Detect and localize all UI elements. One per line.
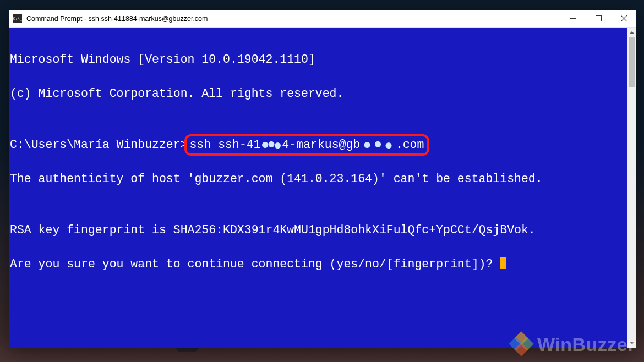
watermark: WinBuzzer (511, 333, 635, 355)
highlighted-command: ssh ssh-411884-markus@gbuzzer.com (184, 134, 430, 156)
terminal-line-prompt: C:\Users\María Winbuzzer>ssh ssh-411884-… (10, 136, 626, 153)
command-prompt-window: Command Prompt - ssh ssh-411884-markus@g… (9, 10, 636, 348)
desktop-background: Command Prompt - ssh ssh-411884-markus@g… (0, 0, 644, 362)
terminal-line: Microsoft Windows [Version 10.0.19042.11… (10, 51, 626, 68)
terminal-prompt: C:\Users\María Winbuzzer> (10, 138, 188, 151)
scrollbar-thumb[interactable] (629, 37, 635, 87)
window-titlebar[interactable]: Command Prompt - ssh ssh-411884-markus@g… (9, 10, 636, 28)
minimize-icon (570, 15, 576, 21)
cmd-text: .com (396, 138, 424, 151)
terminal-cursor (500, 257, 506, 269)
chevron-up-icon (630, 30, 634, 35)
obscured-text: uzzer (360, 136, 396, 153)
svg-rect-1 (596, 16, 601, 21)
terminal-line: The authenticity of host 'gbuzzer.com (1… (10, 171, 626, 188)
terminal-line-input: Are you sure you want to continue connec… (10, 256, 626, 273)
maximize-icon (596, 15, 602, 21)
svg-rect-0 (570, 18, 576, 19)
watermark-logo-icon (511, 333, 533, 355)
terminal-line: RSA key fingerprint is SHA256:KDX391r4Kw… (10, 222, 626, 239)
terminal-line: (c) Microsoft Corporation. All rights re… (10, 85, 626, 102)
cmd-text: 4-markus@gb (282, 138, 360, 151)
window-title: Command Prompt - ssh ssh-411884-markus@g… (26, 15, 560, 23)
scroll-up-button[interactable] (627, 28, 636, 37)
watermark-text: WinBuzzer (537, 334, 635, 355)
obscured-text: 188 (261, 136, 282, 153)
terminal-output[interactable]: Microsoft Windows [Version 10.0.19042.11… (9, 28, 627, 348)
window-controls (560, 10, 636, 27)
vertical-scrollbar[interactable] (627, 28, 636, 348)
minimize-button[interactable] (560, 10, 586, 27)
terminal-client-area[interactable]: Microsoft Windows [Version 10.0.19042.11… (9, 28, 636, 348)
close-button[interactable] (611, 10, 636, 27)
close-icon (621, 15, 627, 21)
maximize-button[interactable] (586, 10, 611, 27)
terminal-question: Are you sure you want to continue connec… (10, 257, 500, 271)
cmd-text: ssh ssh-41 (190, 138, 261, 151)
cmd-icon (13, 14, 22, 23)
